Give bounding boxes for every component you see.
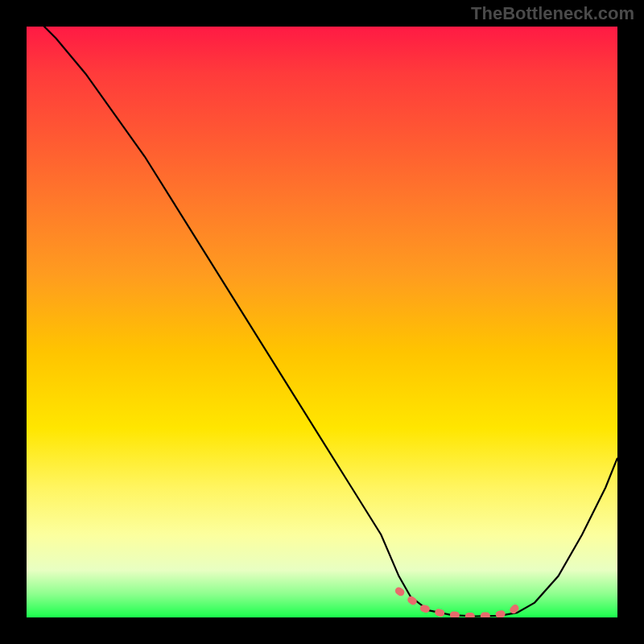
chart-svg xyxy=(27,27,617,617)
watermark-text: TheBottleneck.com xyxy=(471,3,634,24)
plot-area xyxy=(27,27,617,617)
trough-marker-band xyxy=(398,591,522,617)
bottleneck-curve-line xyxy=(27,27,617,617)
